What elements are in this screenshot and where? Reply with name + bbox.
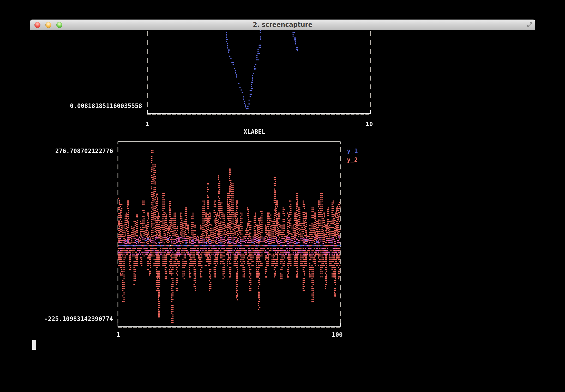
plot1-xlabel: XLABEL xyxy=(244,128,265,135)
plot2-x-tick-min: 1 xyxy=(116,331,120,338)
chart-canvas xyxy=(0,30,565,392)
terminal-cursor xyxy=(32,340,36,350)
plot2-x-tick-max: 100 xyxy=(332,331,343,338)
plot1-x-tick-max: 10 xyxy=(366,121,373,128)
plot1-x-tick-min: 1 xyxy=(145,121,149,128)
legend-item-y1: y_1 xyxy=(347,148,358,155)
plot2-y-min-label: -225.10983142390774 xyxy=(44,315,113,322)
terminal-screen[interactable]: 0.008181851160035558 1 10 XLABEL 276.708… xyxy=(0,30,565,392)
resize-arrows-icon[interactable] xyxy=(527,22,533,28)
desktop: 2. screencapture 0.008181851160035558 1 … xyxy=(0,0,565,392)
legend-item-y2: y_2 xyxy=(347,156,358,163)
window-title: 2. screencapture xyxy=(30,21,535,28)
plot1-y-tick-label: 0.008181851160035558 xyxy=(70,102,142,109)
window-titlebar[interactable]: 2. screencapture xyxy=(30,20,535,30)
plot2-y-max-label: 276.708702122776 xyxy=(55,148,113,155)
